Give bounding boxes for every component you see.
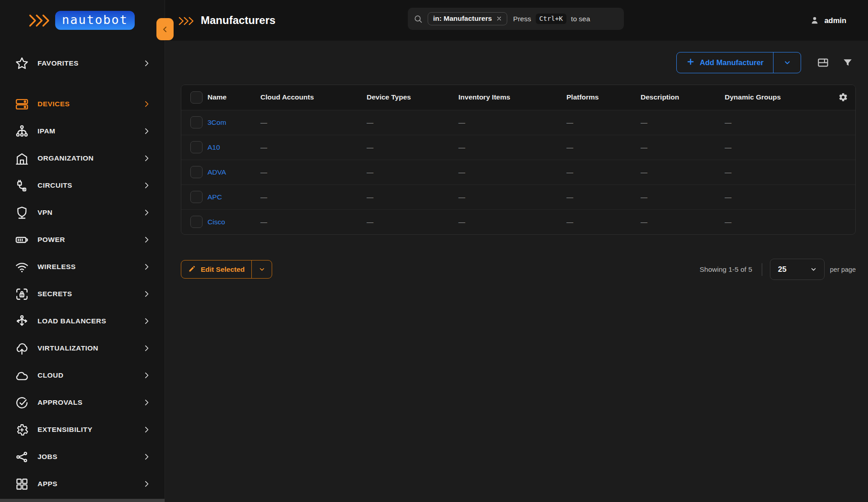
sidebar-item-label: FAVORITES bbox=[38, 59, 79, 67]
add-manufacturer-button[interactable]: Add Manufacturer bbox=[677, 52, 773, 73]
select-all-checkbox[interactable] bbox=[190, 91, 203, 104]
row-checkbox[interactable] bbox=[190, 166, 203, 178]
sidebar-item-favorites[interactable]: FAVORITES bbox=[0, 50, 165, 77]
nodes-icon bbox=[14, 449, 30, 465]
edit-selected-dropdown-button[interactable] bbox=[251, 260, 272, 278]
table-layout-icon bbox=[817, 57, 829, 69]
sidebar-item-apps[interactable]: APPS bbox=[0, 470, 165, 497]
empty-cell: — bbox=[566, 118, 573, 126]
sidebar-item-organization[interactable]: ORGANIZATION bbox=[0, 145, 165, 172]
empty-cell: — bbox=[260, 143, 267, 151]
empty-cell: — bbox=[725, 143, 731, 151]
pagination-divider bbox=[762, 263, 762, 276]
chevron-right-icon bbox=[142, 262, 151, 271]
chevron-right-icon bbox=[142, 344, 151, 353]
sidebar-item-jobs[interactable]: JOBS bbox=[0, 443, 165, 470]
sidebar-item-label: CLOUD bbox=[38, 371, 63, 379]
toolbar: Add Manufacturer bbox=[181, 52, 856, 73]
close-icon[interactable] bbox=[496, 15, 502, 22]
breadcrumb-chevrons-icon bbox=[178, 15, 195, 27]
sidebar-scrollbar[interactable] bbox=[0, 499, 165, 502]
page-title: Manufacturers bbox=[201, 14, 275, 27]
column-header-description[interactable]: Description bbox=[636, 85, 720, 110]
sidebar-item-approvals[interactable]: APPROVALS bbox=[0, 389, 165, 416]
column-header-name[interactable]: Name bbox=[203, 85, 256, 110]
chevron-right-icon bbox=[142, 59, 151, 68]
sidebar-item-virtualization[interactable]: VIRTUALIZATION bbox=[0, 335, 165, 362]
empty-cell: — bbox=[458, 168, 465, 176]
table-settings-gear-icon[interactable] bbox=[838, 92, 848, 102]
sidebar: nautobot FAVORITES DEVICES bbox=[0, 0, 165, 502]
column-header-platforms[interactable]: Platforms bbox=[562, 85, 636, 110]
pagination: Showing 1-5 of 5 25 per page bbox=[699, 259, 856, 280]
server-icon bbox=[14, 96, 30, 112]
add-manufacturer-label: Add Manufacturer bbox=[700, 58, 764, 67]
table-view-config-button[interactable] bbox=[817, 57, 829, 69]
sidebar-collapse-button[interactable] bbox=[156, 18, 174, 40]
top-header: Manufacturers in: Manufacturers Press Ct… bbox=[165, 0, 868, 41]
column-header-dynamic-groups[interactable]: Dynamic Groups bbox=[720, 85, 828, 110]
search-scope-chip[interactable]: in: Manufacturers bbox=[428, 12, 507, 25]
sidebar-item-label: POWER bbox=[38, 236, 65, 244]
sidebar-nav: FAVORITES DEVICES IPAM bbox=[0, 50, 165, 497]
column-header-cloud-accounts[interactable]: Cloud Accounts bbox=[256, 85, 362, 110]
row-checkbox[interactable] bbox=[190, 116, 203, 128]
sidebar-item-extensibility[interactable]: EXTENSIBILITY bbox=[0, 416, 165, 443]
nautobot-logo[interactable]: nautobot bbox=[0, 0, 165, 30]
manufacturer-link[interactable]: ADVA bbox=[208, 168, 226, 176]
sidebar-item-secrets[interactable]: SECRETS bbox=[0, 280, 165, 308]
empty-cell: — bbox=[367, 193, 373, 201]
logo-wordmark: nautobot bbox=[55, 11, 135, 30]
sidebar-item-circuits[interactable]: CIRCUITS bbox=[0, 172, 165, 199]
showing-count: Showing 1-5 of 5 bbox=[699, 265, 752, 274]
empty-cell: — bbox=[641, 193, 647, 201]
column-header-device-types[interactable]: Device Types bbox=[362, 85, 454, 110]
global-search-input[interactable]: in: Manufacturers Press Ctrl+K to sea bbox=[408, 8, 624, 30]
empty-cell: — bbox=[641, 118, 647, 126]
sidebar-item-wireless[interactable]: WIRELESS bbox=[0, 253, 165, 280]
sidebar-item-vpn[interactable]: VPN bbox=[0, 199, 165, 226]
empty-cell: — bbox=[260, 218, 267, 226]
manufacturer-link[interactable]: Cisco bbox=[208, 218, 225, 226]
per-page-value: 25 bbox=[778, 265, 787, 274]
edit-selected-button[interactable]: Edit Selected bbox=[181, 260, 251, 278]
sidebar-item-power[interactable]: POWER bbox=[0, 226, 165, 253]
battery-icon bbox=[14, 232, 30, 248]
add-manufacturer-dropdown-button[interactable] bbox=[773, 52, 801, 73]
user-icon bbox=[810, 15, 820, 25]
manufacturer-link[interactable]: A10 bbox=[208, 143, 220, 151]
sidebar-item-devices[interactable]: DEVICES bbox=[0, 90, 165, 118]
manufacturers-table: Name Cloud Accounts Device Types Invento… bbox=[181, 85, 856, 235]
manufacturer-link[interactable]: 3Com bbox=[208, 118, 226, 126]
filter-button[interactable] bbox=[842, 57, 853, 68]
empty-cell: — bbox=[367, 218, 373, 226]
search-placeholder-suffix: to sea bbox=[571, 15, 590, 23]
chevron-right-icon bbox=[142, 289, 151, 298]
empty-cell: — bbox=[641, 168, 647, 176]
sidebar-item-label: WIRELESS bbox=[38, 263, 76, 271]
sidebar-item-load-balancers[interactable]: LOAD BALANCERS bbox=[0, 308, 165, 335]
pencil-icon bbox=[188, 265, 196, 275]
row-checkbox[interactable] bbox=[190, 141, 203, 153]
plus-icon bbox=[686, 57, 695, 68]
manufacturer-link[interactable]: APC bbox=[208, 193, 222, 201]
chevron-down-icon bbox=[810, 265, 817, 273]
cable-icon bbox=[14, 177, 30, 194]
star-icon bbox=[14, 55, 30, 71]
row-checkbox[interactable] bbox=[190, 191, 203, 203]
sidebar-item-label: EXTENSIBILITY bbox=[38, 426, 92, 434]
empty-cell: — bbox=[725, 218, 731, 226]
empty-cell: — bbox=[641, 143, 647, 151]
lock-icon bbox=[14, 286, 30, 302]
sidebar-item-label: LOAD BALANCERS bbox=[38, 317, 106, 325]
sidebar-item-cloud[interactable]: CLOUD bbox=[0, 362, 165, 389]
column-header-inventory-items[interactable]: Inventory Items bbox=[454, 85, 562, 110]
sidebar-item-label: APPS bbox=[38, 480, 57, 488]
per-page-select[interactable]: 25 bbox=[770, 259, 825, 280]
sidebar-item-ipam[interactable]: IPAM bbox=[0, 118, 165, 145]
row-checkbox[interactable] bbox=[190, 216, 203, 228]
user-menu[interactable]: admin bbox=[810, 0, 846, 41]
edit-selected-split-button: Edit Selected bbox=[181, 260, 272, 279]
empty-cell: — bbox=[367, 118, 373, 126]
table-row: ADVA — — — — — — bbox=[181, 160, 856, 185]
